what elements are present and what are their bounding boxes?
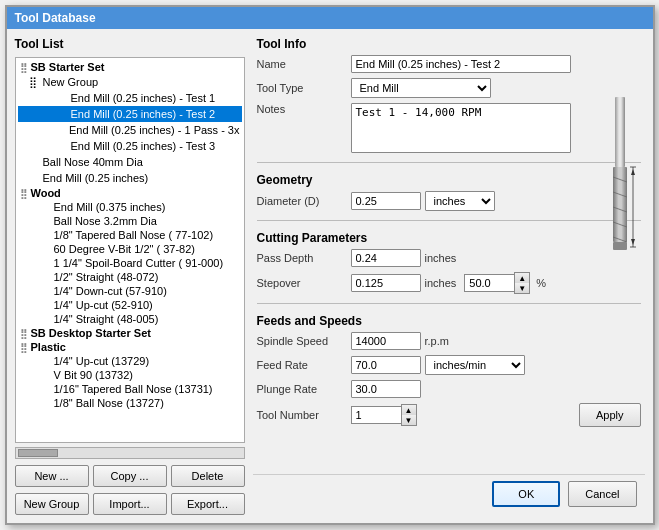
group-sb-starter-set[interactable]: ⣿ SB Starter Set: [18, 60, 242, 74]
spindle-speed-label: Spindle Speed: [257, 335, 347, 347]
tree-item-straight-48[interactable]: 1/2" Straight (48-072): [18, 270, 242, 284]
tree-item-label: 60 Degree V-Bit 1/2" ( 37-82): [54, 243, 195, 255]
tree-item-straight-48b[interactable]: 1/4" Straight (48-005): [18, 312, 242, 326]
tree-item-label: End Mill (0.25 inches) - Test 3: [71, 140, 216, 152]
svg-marker-11: [631, 169, 635, 175]
tool-image: [595, 87, 645, 267]
tree-item-endmill-1pass[interactable]: End Mill (0.25 inches) - 1 Pass - 3x: [18, 122, 242, 138]
name-input[interactable]: [351, 55, 571, 73]
notes-label: Notes: [257, 103, 347, 115]
ok-button[interactable]: OK: [492, 481, 560, 507]
tree-item-endmill-0375[interactable]: End Mill (0.375 inches): [18, 200, 242, 214]
button-row-1: New ... Copy ... Delete: [15, 465, 245, 487]
notes-row: Notes Test 1 - 14,000 RPM: [257, 103, 641, 153]
tree-item-downcut-57[interactable]: 1/4" Down-cut (57-910): [18, 284, 242, 298]
tool-info-section: Tool Info Name Tool Type End Mill Ball N…: [253, 37, 645, 432]
tree-item-ballnose-40mm[interactable]: Ball Nose 40mm Dia: [18, 154, 242, 170]
tree-item-ballnose-3mm[interactable]: Ball Nose 3.2mm Dia: [18, 214, 242, 228]
plunge-rate-label: Plunge Rate: [257, 383, 347, 395]
stepover-pct-input[interactable]: [464, 274, 514, 292]
tree-item-label: End Mill (0.25 inches): [43, 172, 149, 184]
button-row-2: New Group Import... Export...: [15, 493, 245, 515]
tree-item-label: 1/16" Tapered Ball Nose (13731): [54, 383, 213, 395]
tree-item-label: 1/4" Straight (48-005): [54, 313, 159, 325]
tree-item-label: 1/4" Up-cut (13729): [54, 355, 150, 367]
spindle-speed-row: Spindle Speed r.p.m: [257, 332, 641, 350]
group-plastic[interactable]: ⣿ Plastic: [18, 340, 242, 354]
feed-rate-row: Feed Rate inches/min mm/min: [257, 355, 641, 375]
tree-item-vbit-60deg[interactable]: 60 Degree V-Bit 1/2" ( 37-82): [18, 242, 242, 256]
tree-item-spoilboard-cutter[interactable]: 1 1/4" Spoil-Board Cutter ( 91-000): [18, 256, 242, 270]
export-button[interactable]: Export...: [171, 493, 245, 515]
feeds-speeds-header: Feeds and Speeds: [257, 314, 641, 328]
diameter-input[interactable]: [351, 192, 421, 210]
tree-item-tapered-ballnose-13731[interactable]: 1/16" Tapered Ball Nose (13731): [18, 382, 242, 396]
tree-item-label: End Mill (0.25 inches) - Test 1: [71, 92, 216, 104]
tree-item-label: 1/4" Up-cut (52-910): [54, 299, 153, 311]
pass-depth-row: Pass Depth inches: [257, 249, 641, 267]
right-panel: Tool Info Name Tool Type End Mill Ball N…: [253, 37, 645, 515]
tool-tree[interactable]: ⣿ SB Starter Set ⣿ New Group End Mill (0…: [15, 57, 245, 443]
svg-rect-2: [613, 242, 627, 250]
drag-handle-icon: ⣿: [20, 62, 27, 73]
tree-item-tapered-ballnose-77[interactable]: 1/8" Tapered Ball Nose ( 77-102): [18, 228, 242, 242]
dialog-body: Tool List ⣿ SB Starter Set ⣿ New Group E…: [7, 29, 653, 523]
tool-number-spinbox-buttons: ▲ ▼: [401, 404, 417, 426]
spinbox-down-button[interactable]: ▼: [515, 283, 529, 293]
pass-depth-input[interactable]: [351, 249, 421, 267]
tool-icon: [26, 171, 40, 185]
feed-rate-unit-select[interactable]: inches/min mm/min: [425, 355, 525, 375]
new-button[interactable]: New ...: [15, 465, 89, 487]
tree-item-label: End Mill (0.25 inches) - Test 2: [71, 108, 216, 120]
tool-icon: [26, 155, 40, 169]
tree-item-upcut-13729[interactable]: 1/4" Up-cut (13729): [18, 354, 242, 368]
svg-rect-0: [615, 97, 625, 167]
tool-type-select[interactable]: End Mill Ball Nose V-Bit Straight: [351, 78, 491, 98]
apply-button[interactable]: Apply: [579, 403, 641, 427]
spindle-speed-unit: r.p.m: [425, 335, 449, 347]
tree-item-endmill-025[interactable]: End Mill (0.25 inches): [18, 170, 242, 186]
bottom-buttons: OK Cancel: [253, 474, 645, 515]
folder-icon: ⣿: [26, 75, 40, 89]
copy-button[interactable]: Copy ...: [93, 465, 167, 487]
tree-item-label: 1/4" Down-cut (57-910): [54, 285, 167, 297]
spindle-speed-input[interactable]: [351, 332, 421, 350]
plunge-rate-input[interactable]: [351, 380, 421, 398]
spinbox-up-button[interactable]: ▲: [515, 273, 529, 283]
cancel-button[interactable]: Cancel: [568, 481, 636, 507]
tree-scrollbar-h[interactable]: [15, 447, 245, 459]
tool-number-input[interactable]: [351, 406, 401, 424]
stepover-input[interactable]: [351, 274, 421, 292]
tree-item-vbit-90[interactable]: V Bit 90 (13732): [18, 368, 242, 382]
tree-item-endmill-test2[interactable]: End Mill (0.25 inches) - Test 2: [18, 106, 242, 122]
notes-textarea[interactable]: Test 1 - 14,000 RPM: [351, 103, 571, 153]
group-wood[interactable]: ⣿ Wood: [18, 186, 242, 200]
tree-item-label: Ball Nose 40mm Dia: [43, 156, 143, 168]
group-label: SB Desktop Starter Set: [31, 327, 151, 339]
tool-number-up-button[interactable]: ▲: [402, 405, 416, 415]
diameter-unit-select[interactable]: inches mm: [425, 191, 495, 211]
separator-1: [257, 162, 641, 163]
tool-number-label: Tool Number: [257, 409, 347, 421]
tool-number-down-button[interactable]: ▼: [402, 415, 416, 425]
tree-item-endmill-test1[interactable]: End Mill (0.25 inches) - Test 1: [18, 90, 242, 106]
group-sb-desktop[interactable]: ⣿ SB Desktop Starter Set: [18, 326, 242, 340]
new-group-button[interactable]: New Group: [15, 493, 89, 515]
dialog-title: Tool Database: [7, 7, 653, 29]
tool-icon: [54, 107, 68, 121]
left-panel: Tool List ⣿ SB Starter Set ⣿ New Group E…: [15, 37, 245, 515]
tree-item-ballnose-13727[interactable]: 1/8" Ball Nose (13727): [18, 396, 242, 410]
feed-rate-input[interactable]: [351, 356, 421, 374]
diameter-row: Diameter (D) inches mm: [257, 191, 641, 211]
tool-number-row: Tool Number ▲ ▼ Apply: [257, 403, 641, 427]
drag-handle-icon: ⣿: [20, 328, 27, 339]
tree-item-new-group[interactable]: ⣿ New Group: [18, 74, 242, 90]
stepover-pct-spinbox: ▲ ▼: [464, 272, 530, 294]
separator-2: [257, 220, 641, 221]
tree-item-upcut-52[interactable]: 1/4" Up-cut (52-910): [18, 298, 242, 312]
import-button[interactable]: Import...: [93, 493, 167, 515]
tree-item-endmill-test3[interactable]: End Mill (0.25 inches) - Test 3: [18, 138, 242, 154]
stepover-label: Stepover: [257, 277, 347, 289]
delete-button[interactable]: Delete: [171, 465, 245, 487]
name-label: Name: [257, 58, 347, 70]
